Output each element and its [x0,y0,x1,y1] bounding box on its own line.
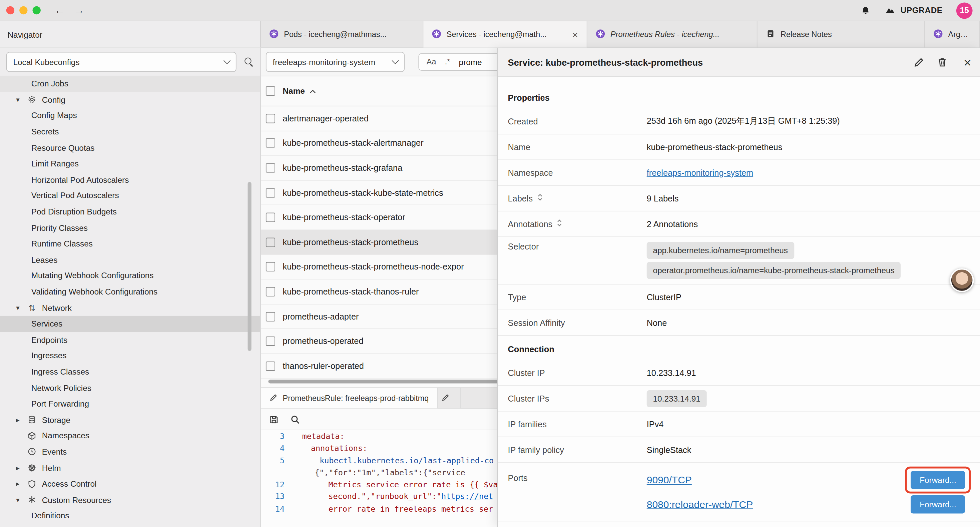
tab-argo[interactable]: Argo Se [925,21,980,48]
unfold-more-icon[interactable] [556,219,563,229]
search-input[interactable]: prome [459,57,482,67]
user-avatar[interactable] [950,268,974,292]
chevron-down-icon: ▾ [14,496,22,504]
selector-badge: app.kubernetes.io/name=prometheus [647,242,794,259]
row-checkbox[interactable] [266,312,275,321]
row-checkbox[interactable] [266,213,275,222]
tab-prometheus-rules[interactable]: Prometheus Rules - icecheng... [587,21,757,48]
match-case-toggle[interactable]: Aa [426,58,436,66]
cluster-icon [432,29,441,40]
sidebar-item-pod-disruption-budgets[interactable]: Pod Disruption Budgets [0,204,260,220]
lens-app: ← → UPGRADE 15 Navigator Pods - icecheng… [0,0,980,527]
search-icon[interactable] [290,414,300,424]
sidebar-item-config-maps[interactable]: Config Maps [0,108,260,124]
chevron-down-icon: ▾ [14,304,22,312]
row-checkbox[interactable] [266,163,275,172]
navigator-title: Navigator [8,30,42,39]
close-icon[interactable]: × [964,55,971,70]
sidebar-item-vertical-pod-autoscalers[interactable]: Vertical Pod Autoscalers [0,188,260,204]
sidebar-item-resource-quotas[interactable]: Resource Quotas [0,140,260,156]
chevron-down-icon [391,57,399,64]
drawer-title: Service: kube-prometheus-stack-prometheu… [508,57,703,67]
drawer-row-ip-families: IP families IPv4 [498,412,980,437]
row-checkbox[interactable] [266,139,275,148]
tab-label: Pods - icecheng@mathmas... [284,30,387,39]
port-link[interactable]: 9090/TCP [647,474,692,486]
upgrade-button[interactable]: UPGRADE [884,5,943,16]
tab-release-notes[interactable]: Release Notes [757,21,925,48]
section-title-properties: Properties [508,93,970,102]
mountains-icon [884,5,896,16]
window-maximize-button[interactable] [33,6,41,14]
sidebar-item-endpoints[interactable]: Endpoints [0,332,260,348]
sidebar-item-ingresses[interactable]: Ingresses [0,348,260,364]
name-column-header[interactable]: Name [283,86,317,96]
dock-tab-prometheusrule[interactable]: PrometheusRule: freeleaps-prod-rabbitmq [261,388,438,409]
sidebar-item-custom-resources[interactable]: ▾ Custom Resources [0,492,260,508]
row-checkbox[interactable] [266,188,275,197]
sidebar-item-cron-jobs[interactable]: Cron Jobs [0,76,260,92]
sidebar-item-events[interactable]: Events [0,444,260,460]
tab-strip: Navigator Pods - icecheng@mathmas... Ser… [0,21,980,48]
back-button[interactable]: ← [54,5,65,16]
row-checkbox[interactable] [266,262,275,272]
service-details-drawer: Service: kube-prometheus-stack-prometheu… [497,48,980,527]
upgrade-label: UPGRADE [900,6,943,15]
sidebar-item-storage[interactable]: ▸ Storage [0,412,260,428]
regex-toggle[interactable]: .* [445,58,450,66]
selector-badge: operator.prometheus.io/name=kube-prometh… [647,262,901,279]
sidebar-item-horizontal-pod-autoscalers[interactable]: Horizontal Pod Autoscalers [0,172,260,188]
sidebar-item-secrets[interactable]: Secrets [0,124,260,140]
sidebar-item-config[interactable]: ▾ Config [0,92,260,108]
sidebar-item-runtime-classes[interactable]: Runtime Classes [0,236,260,252]
sidebar-item-network-policies[interactable]: Network Policies [0,380,260,396]
row-checkbox[interactable] [266,114,275,123]
notifications-bell-icon[interactable] [861,5,870,15]
sidebar-item-helm[interactable]: ▸ Helm [0,460,260,476]
sidebar-item-leases[interactable]: Leases [0,252,260,268]
database-icon [27,415,37,424]
kubeconfig-selector[interactable]: Local Kubeconfigs [6,52,237,72]
tab-label: Services - icecheng@math... [447,30,547,39]
sidebar-item-definitions[interactable]: Definitions [0,508,260,524]
sidebar-item-access-control[interactable]: ▸ Access Control [0,476,260,492]
forward-button[interactable]: Forward... [911,495,965,513]
sidebar-scrollbar[interactable] [248,182,251,351]
sidebar-item-priority-classes[interactable]: Priority Classes [0,220,260,236]
select-all-checkbox[interactable] [266,86,275,96]
window-minimize-button[interactable] [19,6,27,14]
navigator-header: Navigator [0,21,261,48]
sidebar-item-mutating-webhook-configurations[interactable]: Mutating Webhook Configurations [0,268,260,284]
edit-pencil-icon[interactable] [914,57,924,68]
row-checkbox[interactable] [266,361,275,371]
dock-tab-partial[interactable] [438,388,461,409]
close-icon[interactable]: × [569,29,578,40]
clock-icon [27,447,37,456]
namespace-link[interactable]: freeleaps-monitoring-system [647,168,753,177]
sidebar-item-namespaces[interactable]: Namespaces [0,428,260,444]
namespace-filter-select[interactable]: freeleaps-monitoring-system [266,52,405,72]
trash-icon[interactable] [937,57,947,68]
notification-count-badge[interactable]: 15 [956,2,973,19]
sidebar-item-ingress-classes[interactable]: Ingress Classes [0,364,260,380]
forward-button[interactable]: → [74,5,84,16]
tab-services[interactable]: Services - icecheng@math... × [423,21,587,48]
port-link[interactable]: 8080:reloader-web/TCP [647,498,753,510]
sidebar-item-network[interactable]: ▾ ⇅ Network [0,300,260,316]
window-controls [0,6,41,14]
sidebar-item-services[interactable]: Services [0,316,260,332]
row-checkbox[interactable] [266,287,275,296]
sidebar-item-limit-ranges[interactable]: Limit Ranges [0,156,260,172]
cluster-icon [934,29,942,40]
window-close-button[interactable] [6,6,14,14]
row-checkbox[interactable] [266,336,275,346]
tab-pods[interactable]: Pods - icecheng@mathmas... [261,21,424,48]
row-checkbox[interactable] [266,237,275,247]
search-icon[interactable] [244,57,254,67]
sidebar-item-validating-webhook-configurations[interactable]: Validating Webhook Configurations [0,284,260,300]
unfold-more-icon[interactable] [536,193,543,203]
save-icon[interactable] [269,414,279,424]
forward-button[interactable]: Forward... [911,471,965,489]
sidebar-item-port-forwarding[interactable]: Port Forwarding [0,396,260,412]
port-line: 9090/TCP Forward... [647,468,965,492]
